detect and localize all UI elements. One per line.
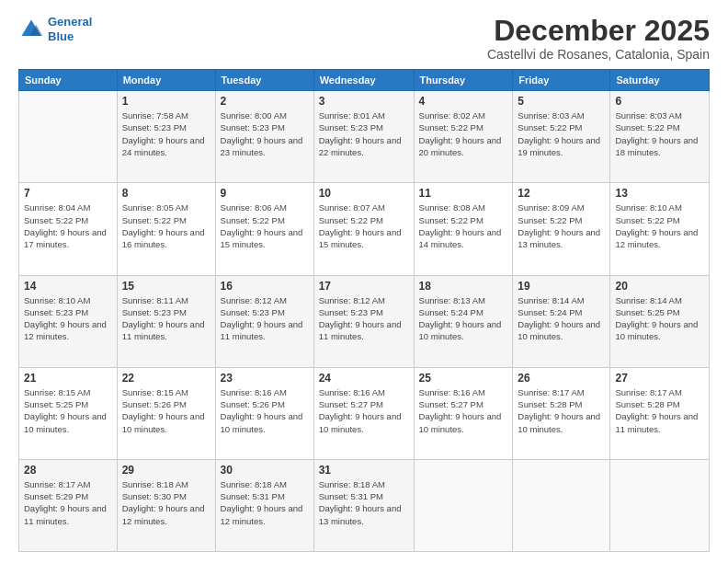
cell-sunset: Sunset: 5:31 PM [221,490,309,502]
cell-daylight: Daylight: 9 hours and 10 minutes. [319,410,409,435]
cell-sunrise: Sunrise: 8:04 AM [24,201,112,213]
cell-day-number: 23 [221,372,309,385]
cell-info: Sunrise: 8:16 AM Sunset: 5:26 PM Dayligh… [221,386,309,435]
cell-sunrise: Sunrise: 8:11 AM [122,294,210,306]
logo-line2: Blue [48,29,74,43]
cell-info: Sunrise: 8:18 AM Sunset: 5:31 PM Dayligh… [221,478,309,527]
cell-sunset: Sunset: 5:23 PM [221,306,309,318]
cell-day-number: 14 [24,280,112,293]
table-row: 19 Sunrise: 8:14 AM Sunset: 5:24 PM Dayl… [513,275,610,367]
calendar-week-row: 7 Sunrise: 8:04 AM Sunset: 5:22 PM Dayli… [19,183,710,275]
cell-sunrise: Sunrise: 8:12 AM [319,294,409,306]
header: General Blue December 2025 Castellvi de … [18,15,710,62]
cell-sunset: Sunset: 5:26 PM [122,398,210,410]
cell-sunrise: Sunrise: 8:05 AM [122,201,210,213]
cell-info: Sunrise: 8:07 AM Sunset: 5:22 PM Dayligh… [319,201,409,250]
logo: General Blue [18,15,92,43]
cell-daylight: Daylight: 9 hours and 14 minutes. [419,226,508,251]
table-row: 18 Sunrise: 8:13 AM Sunset: 5:24 PM Dayl… [414,275,513,367]
table-row: 31 Sunrise: 8:18 AM Sunset: 5:31 PM Dayl… [313,459,414,551]
cell-sunset: Sunset: 5:31 PM [319,490,409,502]
table-row: 21 Sunrise: 8:15 AM Sunset: 5:25 PM Dayl… [19,367,118,459]
cell-info: Sunrise: 8:15 AM Sunset: 5:25 PM Dayligh… [24,386,112,435]
cell-day-number: 11 [419,187,508,200]
cell-sunset: Sunset: 5:27 PM [419,398,508,410]
cell-info: Sunrise: 8:03 AM Sunset: 5:22 PM Dayligh… [518,109,605,158]
table-row [19,91,118,183]
cell-daylight: Daylight: 9 hours and 12 minutes. [24,318,112,343]
cell-sunrise: Sunrise: 8:17 AM [615,386,704,398]
cell-daylight: Daylight: 9 hours and 16 minutes. [122,226,210,251]
page: General Blue December 2025 Castellvi de … [0,0,728,563]
cell-day-number: 5 [518,95,605,108]
cell-day-number: 28 [24,464,112,477]
cell-day-number: 16 [221,280,309,293]
cell-sunrise: Sunrise: 8:03 AM [615,109,704,121]
cell-sunset: Sunset: 5:25 PM [24,398,112,410]
cell-info: Sunrise: 8:12 AM Sunset: 5:23 PM Dayligh… [319,294,409,343]
cell-sunset: Sunset: 5:25 PM [615,306,704,318]
cell-sunset: Sunset: 5:22 PM [518,121,605,133]
logo-icon [18,17,44,42]
cell-info: Sunrise: 8:18 AM Sunset: 5:30 PM Dayligh… [122,478,210,527]
cell-info: Sunrise: 8:03 AM Sunset: 5:22 PM Dayligh… [615,109,704,158]
cell-info: Sunrise: 8:13 AM Sunset: 5:24 PM Dayligh… [419,294,508,343]
cell-day-number: 13 [615,187,704,200]
calendar-week-row: 21 Sunrise: 8:15 AM Sunset: 5:25 PM Dayl… [19,367,710,459]
cell-day-number: 1 [122,95,210,108]
cell-day-number: 15 [122,280,210,293]
table-row: 16 Sunrise: 8:12 AM Sunset: 5:23 PM Dayl… [215,275,313,367]
cell-day-number: 22 [122,372,210,385]
cell-daylight: Daylight: 9 hours and 12 minutes. [221,502,309,527]
cell-sunset: Sunset: 5:27 PM [319,398,409,410]
cell-sunset: Sunset: 5:28 PM [518,398,605,410]
cell-day-number: 12 [518,187,605,200]
cell-daylight: Daylight: 9 hours and 10 minutes. [419,318,508,343]
cell-daylight: Daylight: 9 hours and 12 minutes. [122,502,210,527]
table-row: 5 Sunrise: 8:03 AM Sunset: 5:22 PM Dayli… [513,91,610,183]
cell-daylight: Daylight: 9 hours and 13 minutes. [319,502,409,527]
logo-text: General Blue [48,15,92,43]
cell-day-number: 26 [518,372,605,385]
table-row: 23 Sunrise: 8:16 AM Sunset: 5:26 PM Dayl… [215,367,313,459]
cell-sunrise: Sunrise: 8:14 AM [518,294,605,306]
cell-sunset: Sunset: 5:29 PM [24,490,112,502]
header-thursday: Thursday [414,70,513,91]
cell-daylight: Daylight: 9 hours and 11 minutes. [319,318,409,343]
cell-sunset: Sunset: 5:24 PM [419,306,508,318]
table-row: 4 Sunrise: 8:02 AM Sunset: 5:22 PM Dayli… [414,91,513,183]
cell-info: Sunrise: 8:17 AM Sunset: 5:28 PM Dayligh… [615,386,704,435]
cell-sunset: Sunset: 5:22 PM [122,214,210,226]
table-row [513,459,610,551]
cell-info: Sunrise: 8:01 AM Sunset: 5:23 PM Dayligh… [319,109,409,158]
cell-day-number: 20 [615,280,704,293]
table-row: 10 Sunrise: 8:07 AM Sunset: 5:22 PM Dayl… [313,183,414,275]
cell-sunrise: Sunrise: 8:17 AM [518,386,605,398]
cell-sunset: Sunset: 5:24 PM [518,306,605,318]
cell-sunset: Sunset: 5:22 PM [24,214,112,226]
cell-info: Sunrise: 8:02 AM Sunset: 5:22 PM Dayligh… [419,109,508,158]
cell-info: Sunrise: 8:08 AM Sunset: 5:22 PM Dayligh… [419,201,508,250]
cell-sunrise: Sunrise: 8:03 AM [518,109,605,121]
cell-day-number: 8 [122,187,210,200]
cell-day-number: 6 [615,95,704,108]
cell-sunrise: Sunrise: 8:09 AM [518,201,605,213]
header-friday: Friday [513,70,610,91]
cell-info: Sunrise: 8:17 AM Sunset: 5:29 PM Dayligh… [24,478,112,527]
cell-info: Sunrise: 8:09 AM Sunset: 5:22 PM Dayligh… [518,201,605,250]
cell-info: Sunrise: 8:05 AM Sunset: 5:22 PM Dayligh… [122,201,210,250]
cell-sunrise: Sunrise: 8:10 AM [24,294,112,306]
cell-day-number: 19 [518,280,605,293]
table-row: 20 Sunrise: 8:14 AM Sunset: 5:25 PM Dayl… [610,275,710,367]
table-row: 9 Sunrise: 8:06 AM Sunset: 5:22 PM Dayli… [215,183,313,275]
cell-daylight: Daylight: 9 hours and 10 minutes. [122,410,210,435]
table-row: 22 Sunrise: 8:15 AM Sunset: 5:26 PM Dayl… [117,367,215,459]
cell-day-number: 10 [319,187,409,200]
calendar-week-row: 1 Sunrise: 7:58 AM Sunset: 5:23 PM Dayli… [19,91,710,183]
cell-info: Sunrise: 8:16 AM Sunset: 5:27 PM Dayligh… [319,386,409,435]
cell-sunrise: Sunrise: 8:10 AM [615,201,704,213]
cell-sunset: Sunset: 5:23 PM [319,306,409,318]
cell-day-number: 17 [319,280,409,293]
table-row: 12 Sunrise: 8:09 AM Sunset: 5:22 PM Dayl… [513,183,610,275]
cell-daylight: Daylight: 9 hours and 11 minutes. [122,318,210,343]
